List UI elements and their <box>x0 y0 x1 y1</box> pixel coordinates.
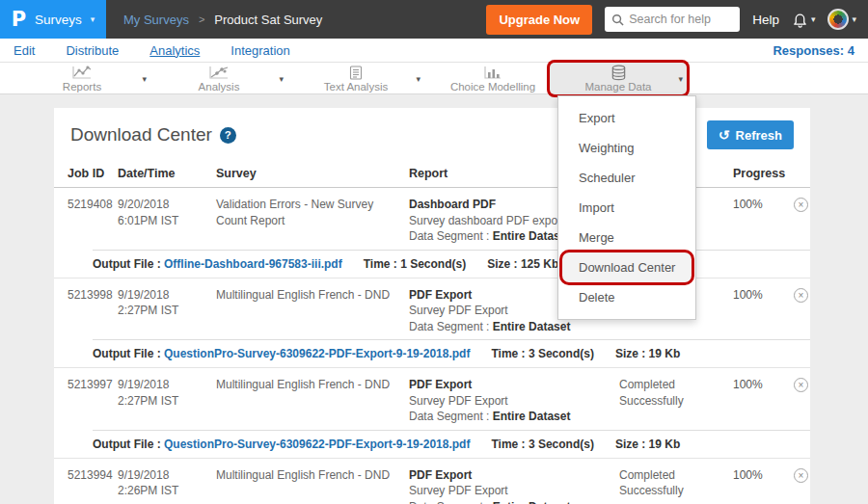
chevron-down-icon: ▾ <box>811 14 816 24</box>
datetime-cell: 9/19/2018 2:26PM IST <box>118 467 216 504</box>
toolbar-item-text-analysis[interactable]: Text Analysis ▾ <box>287 63 424 94</box>
toolbar-item-reports[interactable]: Reports ▾ <box>14 63 150 94</box>
status-cell: Completed Successfully <box>619 467 733 504</box>
survey-tab-bar: EditDistributeAnalyticsIntegration Respo… <box>0 39 868 63</box>
top-bar: P Surveys ▾ My Surveys > Product Sat Sur… <box>0 0 868 39</box>
report-data-segment: Data Segment : Entire Dataset <box>409 499 610 504</box>
data-segment-label: Data Segment : <box>409 320 489 333</box>
job-id-cell: 5213998 <box>68 287 118 335</box>
report-data-segment: Data Segment : Entire Dataset <box>409 319 610 335</box>
cancel-job-icon[interactable]: × <box>794 288 808 303</box>
breadcrumb-my-surveys[interactable]: My Surveys <box>123 13 189 27</box>
report-data-segment: Data Segment : Entire Dataset <box>409 409 610 425</box>
responses-count: Responses: 4 <box>773 43 854 58</box>
header-job-id: Job ID <box>68 167 118 180</box>
menu-item-weighting[interactable]: Weighting <box>558 133 695 163</box>
toolbar-item-analysis[interactable]: Analysis ▾ <box>150 63 287 94</box>
size-label: Size : <box>487 257 517 271</box>
search-input[interactable] <box>629 13 733 26</box>
toolbar-item-manage-data[interactable]: Manage Data ▾ <box>550 63 687 94</box>
refresh-button[interactable]: ↺ Refresh <box>707 120 794 149</box>
account-menu[interactable]: ▾ <box>827 9 856 30</box>
data-segment-label: Data Segment : <box>409 229 489 243</box>
time-value: 3 Second(s) <box>529 438 594 451</box>
search-icon <box>611 13 624 26</box>
text-document-icon <box>349 66 363 80</box>
action-cell: × <box>783 467 810 504</box>
notifications-menu[interactable]: ▾ <box>792 12 816 28</box>
topbar-right: Upgrade Now Help ▾ ▾ <box>486 5 868 35</box>
job-id-cell: 5213997 <box>68 377 118 425</box>
data-segment-label: Data Segment : <box>409 410 489 423</box>
workspace-label: Surveys <box>35 13 82 27</box>
header-date-time: Date/Time <box>118 167 216 180</box>
tab-integration[interactable]: Integration <box>231 43 289 58</box>
menu-item-delete[interactable]: Delete <box>558 282 695 312</box>
chevron-down-icon[interactable]: ▾ <box>279 74 284 84</box>
progress-cell: 100% <box>733 197 783 245</box>
bar-chart-icon <box>484 66 502 80</box>
time-label: Time : <box>364 257 397 271</box>
datetime-cell: 9/20/2018 6:01PM IST <box>118 197 216 245</box>
output-file-link[interactable]: Offline-Dashboard-967583-iii.pdf <box>164 257 342 271</box>
status-cell: Completed Successfully <box>619 377 733 425</box>
size-value: 19 Kb <box>649 438 681 451</box>
chevron-down-icon: ▾ <box>852 14 856 24</box>
chevron-down-icon[interactable]: ▾ <box>678 74 683 84</box>
menu-item-merge[interactable]: Merge <box>558 223 695 252</box>
line-chart-icon <box>72 66 92 80</box>
help-badge-icon[interactable]: ? <box>220 127 236 144</box>
chevron-down-icon[interactable]: ▾ <box>142 74 147 84</box>
chevron-down-icon[interactable]: ▾ <box>416 74 420 84</box>
menu-item-download-center[interactable]: Download Center <box>562 252 692 282</box>
menu-item-scheduler[interactable]: Scheduler <box>558 163 695 193</box>
menu-item-export[interactable]: Export <box>558 103 695 133</box>
output-file-label: Output File : <box>93 257 161 271</box>
progress-cell: 100% <box>733 467 783 504</box>
size-value: 19 Kb <box>649 347 681 360</box>
cancel-job-icon[interactable]: × <box>794 378 808 392</box>
report-cell: PDF Export Survey PDF Export Data Segmen… <box>409 377 619 425</box>
output-file-link[interactable]: QuestionPro-Survey-6309622-PDF-Export-9-… <box>164 347 470 360</box>
tab-edit[interactable]: Edit <box>14 43 35 58</box>
cancel-job-icon[interactable]: × <box>794 468 808 483</box>
report-desc: Survey PDF Export <box>409 483 610 499</box>
size-label: Size : <box>615 347 645 360</box>
size-label: Size : <box>615 438 645 451</box>
tab-items: EditDistributeAnalyticsIntegration <box>14 43 290 58</box>
menu-item-import[interactable]: Import <box>558 193 695 223</box>
manage-data-dropdown: ExportWeightingSchedulerImportMergeDownl… <box>557 95 696 320</box>
upgrade-now-button[interactable]: Upgrade Now <box>486 5 592 35</box>
survey-cell: Multilingual English French - DND <box>216 377 409 425</box>
avatar <box>827 9 849 30</box>
data-segment-label: Data Segment : <box>409 500 489 504</box>
output-file-link[interactable]: QuestionPro-Survey-6309622-PDF-Export-9-… <box>164 438 470 451</box>
breadcrumb-separator: > <box>199 13 204 25</box>
table-row: 5219408 9/20/2018 6:01PM IST Validation … <box>54 188 810 279</box>
table-row: 5213998 9/19/2018 2:27PM IST Multilingua… <box>54 279 810 369</box>
output-file-label: Output File : <box>93 347 161 360</box>
header-survey: Survey <box>216 167 409 180</box>
data-segment-value: Entire Dataset <box>493 410 571 423</box>
chevron-down-icon: ▾ <box>91 14 95 24</box>
data-segment-value: Entire Dataset <box>493 500 571 504</box>
bell-icon <box>792 12 808 28</box>
progress-cell: 100% <box>733 377 783 425</box>
help-search-box[interactable] <box>605 7 740 32</box>
analytics-toolbar: Reports ▾ Analysis ▾ Text Analysis ▾ Cho… <box>0 63 868 94</box>
size-value: 125 Kb <box>521 257 558 271</box>
output-file-label: Output File : <box>93 438 161 451</box>
time-value: 3 Second(s) <box>529 347 594 360</box>
progress-cell: 100% <box>733 287 783 335</box>
report-desc: Survey PDF Export <box>409 393 610 410</box>
surveys-workspace-menu[interactable]: P Surveys ▾ <box>0 0 106 39</box>
table-row: 5213997 9/19/2018 2:27PM IST Multilingua… <box>54 368 810 459</box>
toolbar-item-choice-modelling[interactable]: Choice Modelling ▾ <box>424 63 561 94</box>
time-label: Time : <box>491 438 525 451</box>
database-icon <box>610 66 627 80</box>
help-link[interactable]: Help <box>752 13 779 27</box>
tab-analytics[interactable]: Analytics <box>149 43 200 58</box>
tab-distribute[interactable]: Distribute <box>66 43 119 58</box>
cancel-job-icon[interactable]: × <box>794 198 808 212</box>
datetime-cell: 9/19/2018 2:27PM IST <box>118 377 216 425</box>
